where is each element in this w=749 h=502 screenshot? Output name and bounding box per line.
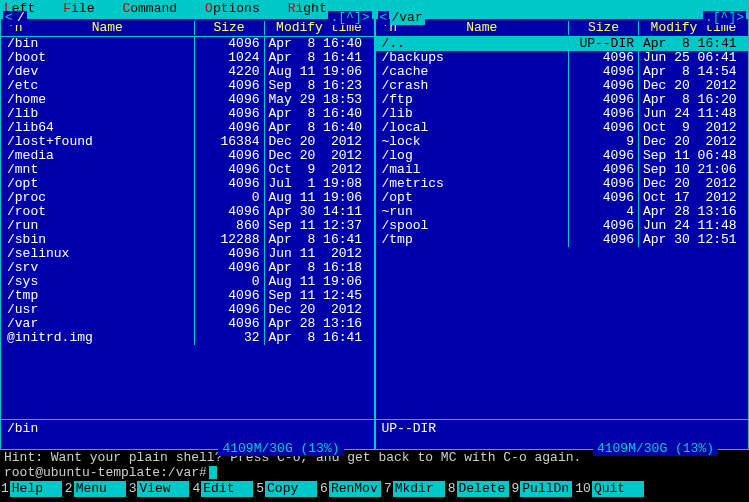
file-size: 4096 [568,121,638,135]
file-name: /log [376,149,569,163]
file-row[interactable]: /lib644096Apr 8 16:40 [1,121,374,135]
menu-options[interactable]: Options [205,2,260,16]
shell-prompt[interactable]: root@ubuntu-template:/var# [0,466,749,480]
file-row[interactable]: /log4096Sep 11 06:48 [376,149,749,163]
file-mtime: Apr 8 16:41 [264,233,374,247]
file-size: 4096 [194,177,264,191]
file-row[interactable]: /backups4096Jun 25 06:41 [376,51,749,65]
menu-file[interactable]: File [63,2,94,16]
file-row[interactable]: /var4096Apr 28 13:16 [1,317,374,331]
file-name: /etc [1,79,194,93]
file-name: /.. [376,37,569,51]
file-row[interactable]: /opt4096Jul 1 19:08 [1,177,374,191]
cursor-icon [209,466,217,479]
file-mtime: Apr 8 16:40 [264,37,374,51]
file-name: /media [1,149,194,163]
menu-command[interactable]: Command [122,2,177,16]
file-mtime: Aug 11 19:06 [264,191,374,205]
file-row[interactable]: /srv4096Apr 8 16:18 [1,261,374,275]
file-size: 4 [568,205,638,219]
function-key-bar[interactable]: 1Help2Menu3View4Edit5Copy6RenMov7Mkdir8D… [0,480,749,497]
file-size: 4096 [194,149,264,163]
file-mtime: Sep 10 21:06 [638,163,748,177]
fkey-renmov[interactable]: 6RenMov [319,481,381,497]
file-mtime: Jul 1 19:08 [264,177,374,191]
header-size[interactable]: Size [568,21,638,35]
menu-right[interactable]: Right [288,2,327,16]
fkey-menu[interactable]: 2Menu [64,481,126,497]
file-mtime: Jun 25 06:41 [638,51,748,65]
file-row[interactable]: /..UP--DIRApr 8 16:41 [376,37,749,51]
file-row[interactable]: /etc4096Sep 8 16:23 [1,79,374,93]
left-panel[interactable]: < / .[^]> 'n Name Size Modify time /bin4… [0,18,375,450]
fkey-quit[interactable]: 10Quit [574,481,644,497]
file-mtime: Sep 8 16:23 [264,79,374,93]
file-size: 4096 [194,107,264,121]
file-row[interactable]: /crash4096Dec 20 2012 [376,79,749,93]
panel-corner-left-icon[interactable]: < [3,11,15,25]
file-row[interactable]: ~run4Apr 28 13:16 [376,205,749,219]
fkey-view[interactable]: 3View [128,481,190,497]
panel-corner-right-icon[interactable]: .[^]> [328,11,371,25]
file-row[interactable]: @initrd.img32Apr 8 16:41 [1,331,374,345]
right-panel[interactable]: < /var .[^]> 'n Name Size Modify time /.… [375,18,750,450]
file-row[interactable]: /run860Sep 11 12:37 [1,219,374,233]
file-name: /boot [1,51,194,65]
fkey-help[interactable]: 1Help [0,481,62,497]
file-row[interactable]: /usr4096Dec 20 2012 [1,303,374,317]
fkey-copy[interactable]: 5Copy [255,481,317,497]
file-row[interactable]: /proc0Aug 11 19:06 [1,191,374,205]
right-panel-title[interactable]: /var [390,11,425,25]
file-size: 4096 [568,163,638,177]
file-row[interactable]: /spool4096Jun 24 11:48 [376,219,749,233]
file-row[interactable]: /home4096May 29 18:53 [1,93,374,107]
file-mtime: Apr 8 16:20 [638,93,748,107]
file-size: 4096 [568,149,638,163]
left-column-headers[interactable]: 'n Name Size Modify time [1,19,374,37]
file-mtime: Jun 24 11:48 [638,107,748,121]
file-row[interactable]: /root4096Apr 30 14:11 [1,205,374,219]
file-size: 4096 [568,107,638,121]
file-row[interactable]: /lib4096Apr 8 16:40 [1,107,374,121]
file-name: /lib [1,107,194,121]
file-row[interactable]: /lib4096Jun 24 11:48 [376,107,749,121]
fkey-mkdir[interactable]: 7Mkdir [383,481,445,497]
file-row[interactable]: /tmp4096Sep 11 12:45 [1,289,374,303]
file-size: 4096 [568,93,638,107]
file-row[interactable]: /local4096Oct 9 2012 [376,121,749,135]
file-row[interactable]: /tmp4096Apr 30 12:51 [376,233,749,247]
fkey-delete[interactable]: 8Delete [447,481,509,497]
header-size[interactable]: Size [194,21,264,35]
file-row[interactable]: /metrics4096Dec 20 2012 [376,177,749,191]
fkey-edit[interactable]: 4Edit [191,481,253,497]
file-row[interactable]: /media4096Dec 20 2012 [1,149,374,163]
file-row[interactable]: /sbin12288Apr 8 16:41 [1,233,374,247]
file-row[interactable]: /cache4096Apr 8 14:54 [376,65,749,79]
file-row[interactable]: /boot1024Apr 8 16:41 [1,51,374,65]
panel-corner-left-icon[interactable]: < [378,11,390,25]
file-row[interactable]: /dev4220Aug 11 19:06 [1,65,374,79]
right-column-headers[interactable]: 'n Name Size Modify time [376,19,749,37]
file-row[interactable]: /mail4096Sep 10 21:06 [376,163,749,177]
file-size: 4096 [194,37,264,51]
left-panel-title[interactable]: / [15,11,27,25]
file-size: 4096 [194,121,264,135]
file-name: /cache [376,65,569,79]
file-row[interactable]: ~lock9Dec 20 2012 [376,135,749,149]
file-row[interactable]: /sys0Aug 11 19:06 [1,275,374,289]
panel-corner-right-icon[interactable]: .[^]> [703,11,746,25]
header-name[interactable]: Name [21,21,194,35]
file-row[interactable]: /opt4096Oct 17 2012 [376,191,749,205]
fkey-pulldn[interactable]: 9PullDn [511,481,573,497]
file-size: 4220 [194,65,264,79]
file-row[interactable]: /ftp4096Apr 8 16:20 [376,93,749,107]
left-file-list[interactable]: /bin4096Apr 8 16:40/boot1024Apr 8 16:41/… [1,37,374,419]
menubar[interactable]: Left File Command Options Right [0,0,749,18]
file-row[interactable]: /selinux4096Jun 11 2012 [1,247,374,261]
file-mtime: Dec 20 2012 [638,177,748,191]
file-row[interactable]: /lost+found16384Dec 20 2012 [1,135,374,149]
right-file-list[interactable]: /..UP--DIRApr 8 16:41/backups4096Jun 25 … [376,37,749,419]
file-row[interactable]: /mnt4096Oct 9 2012 [1,163,374,177]
file-row[interactable]: /bin4096Apr 8 16:40 [1,37,374,51]
file-size: 0 [194,275,264,289]
